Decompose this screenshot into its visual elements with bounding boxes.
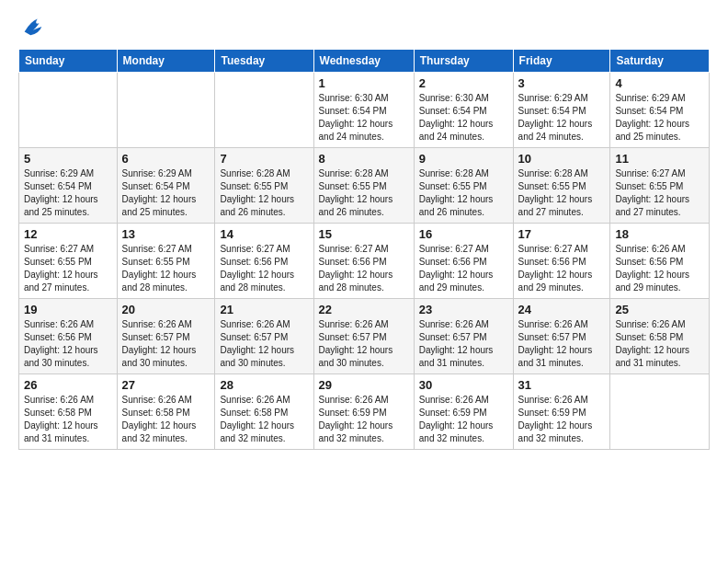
day-number: 1 <box>319 76 409 90</box>
day-info: Sunrise: 6:27 AM Sunset: 6:56 PM Dayligh… <box>220 243 308 294</box>
day-info: Sunrise: 6:28 AM Sunset: 6:55 PM Dayligh… <box>319 167 409 219</box>
calendar-cell: 25Sunrise: 6:26 AM Sunset: 6:58 PM Dayli… <box>610 299 710 374</box>
calendar-cell: 6Sunrise: 6:29 AM Sunset: 6:54 PM Daylig… <box>117 148 215 224</box>
day-info: Sunrise: 6:27 AM Sunset: 6:56 PM Dayligh… <box>518 243 606 294</box>
calendar-cell <box>215 73 313 148</box>
day-number: 19 <box>24 303 112 316</box>
weekday-header-wednesday: Wednesday <box>313 50 414 73</box>
calendar-cell: 14Sunrise: 6:27 AM Sunset: 6:56 PM Dayli… <box>215 224 313 299</box>
week-row-2: 5Sunrise: 6:29 AM Sunset: 6:54 PM Daylig… <box>19 148 710 224</box>
day-info: Sunrise: 6:26 AM Sunset: 6:59 PM Dayligh… <box>419 394 508 445</box>
day-info: Sunrise: 6:29 AM Sunset: 6:54 PM Dayligh… <box>615 92 704 144</box>
day-info: Sunrise: 6:26 AM Sunset: 6:59 PM Dayligh… <box>518 394 606 445</box>
calendar-cell: 26Sunrise: 6:26 AM Sunset: 6:58 PM Dayli… <box>19 374 118 450</box>
day-info: Sunrise: 6:26 AM Sunset: 6:58 PM Dayligh… <box>220 394 308 445</box>
day-info: Sunrise: 6:29 AM Sunset: 6:54 PM Dayligh… <box>24 167 112 219</box>
weekday-header-thursday: Thursday <box>414 50 513 73</box>
calendar-cell: 16Sunrise: 6:27 AM Sunset: 6:56 PM Dayli… <box>414 224 513 299</box>
weekday-header-tuesday: Tuesday <box>215 50 313 73</box>
calendar: SundayMondayTuesdayWednesdayThursdayFrid… <box>18 49 710 450</box>
day-info: Sunrise: 6:27 AM Sunset: 6:55 PM Dayligh… <box>615 167 704 219</box>
day-number: 17 <box>518 227 606 241</box>
day-number: 22 <box>319 303 409 316</box>
day-info: Sunrise: 6:26 AM Sunset: 6:58 PM Dayligh… <box>122 394 210 445</box>
weekday-header-row: SundayMondayTuesdayWednesdayThursdayFrid… <box>19 50 710 73</box>
calendar-cell: 17Sunrise: 6:27 AM Sunset: 6:56 PM Dayli… <box>513 224 610 299</box>
calendar-cell: 23Sunrise: 6:26 AM Sunset: 6:57 PM Dayli… <box>414 299 513 374</box>
day-number: 12 <box>24 227 112 241</box>
calendar-cell: 29Sunrise: 6:26 AM Sunset: 6:59 PM Dayli… <box>313 374 414 450</box>
calendar-cell: 1Sunrise: 6:30 AM Sunset: 6:54 PM Daylig… <box>313 73 414 148</box>
day-info: Sunrise: 6:26 AM Sunset: 6:57 PM Dayligh… <box>122 318 210 370</box>
day-info: Sunrise: 6:26 AM Sunset: 6:57 PM Dayligh… <box>220 318 308 370</box>
logo <box>18 14 48 40</box>
day-info: Sunrise: 6:27 AM Sunset: 6:56 PM Dayligh… <box>419 243 508 294</box>
day-number: 2 <box>419 76 508 90</box>
calendar-cell <box>19 73 118 148</box>
weekday-header-sunday: Sunday <box>19 50 118 73</box>
calendar-cell: 31Sunrise: 6:26 AM Sunset: 6:59 PM Dayli… <box>513 374 610 450</box>
calendar-cell <box>117 73 215 148</box>
calendar-cell: 4Sunrise: 6:29 AM Sunset: 6:54 PM Daylig… <box>610 73 710 148</box>
day-info: Sunrise: 6:26 AM Sunset: 6:58 PM Dayligh… <box>24 394 112 445</box>
day-number: 23 <box>419 303 508 316</box>
day-info: Sunrise: 6:30 AM Sunset: 6:54 PM Dayligh… <box>319 92 409 144</box>
day-info: Sunrise: 6:26 AM Sunset: 6:57 PM Dayligh… <box>419 318 508 370</box>
week-row-4: 19Sunrise: 6:26 AM Sunset: 6:56 PM Dayli… <box>19 299 710 374</box>
day-number: 9 <box>419 152 508 166</box>
day-info: Sunrise: 6:26 AM Sunset: 6:56 PM Dayligh… <box>615 243 704 294</box>
day-number: 10 <box>518 152 606 166</box>
calendar-cell: 27Sunrise: 6:26 AM Sunset: 6:58 PM Dayli… <box>117 374 215 450</box>
day-number: 8 <box>319 152 409 166</box>
calendar-cell: 7Sunrise: 6:28 AM Sunset: 6:55 PM Daylig… <box>215 148 313 224</box>
calendar-cell: 8Sunrise: 6:28 AM Sunset: 6:55 PM Daylig… <box>313 148 414 224</box>
day-number: 6 <box>122 152 210 166</box>
page: SundayMondayTuesdayWednesdayThursdayFrid… <box>0 0 728 563</box>
day-info: Sunrise: 6:26 AM Sunset: 6:57 PM Dayligh… <box>319 318 409 370</box>
calendar-cell: 5Sunrise: 6:29 AM Sunset: 6:54 PM Daylig… <box>19 148 118 224</box>
calendar-cell: 19Sunrise: 6:26 AM Sunset: 6:56 PM Dayli… <box>19 299 118 374</box>
day-number: 20 <box>122 303 210 316</box>
calendar-cell: 10Sunrise: 6:28 AM Sunset: 6:55 PM Dayli… <box>513 148 610 224</box>
day-number: 24 <box>518 303 606 316</box>
day-number: 29 <box>319 378 409 392</box>
day-info: Sunrise: 6:27 AM Sunset: 6:56 PM Dayligh… <box>319 243 409 294</box>
day-number: 13 <box>122 227 210 241</box>
calendar-body: 1Sunrise: 6:30 AM Sunset: 6:54 PM Daylig… <box>19 73 710 450</box>
week-row-3: 12Sunrise: 6:27 AM Sunset: 6:55 PM Dayli… <box>19 224 710 299</box>
week-row-1: 1Sunrise: 6:30 AM Sunset: 6:54 PM Daylig… <box>19 73 710 148</box>
day-number: 31 <box>518 378 606 392</box>
day-number: 21 <box>220 303 308 316</box>
day-info: Sunrise: 6:27 AM Sunset: 6:55 PM Dayligh… <box>24 243 112 294</box>
calendar-cell: 12Sunrise: 6:27 AM Sunset: 6:55 PM Dayli… <box>19 224 118 299</box>
week-row-5: 26Sunrise: 6:26 AM Sunset: 6:58 PM Dayli… <box>19 374 710 450</box>
calendar-cell: 20Sunrise: 6:26 AM Sunset: 6:57 PM Dayli… <box>117 299 215 374</box>
day-info: Sunrise: 6:29 AM Sunset: 6:54 PM Dayligh… <box>518 92 606 144</box>
calendar-cell: 2Sunrise: 6:30 AM Sunset: 6:54 PM Daylig… <box>414 73 513 148</box>
day-info: Sunrise: 6:26 AM Sunset: 6:56 PM Dayligh… <box>24 318 112 370</box>
day-info: Sunrise: 6:26 AM Sunset: 6:59 PM Dayligh… <box>319 394 409 445</box>
day-number: 25 <box>615 303 704 316</box>
day-number: 4 <box>615 76 704 90</box>
day-info: Sunrise: 6:26 AM Sunset: 6:58 PM Dayligh… <box>615 318 704 370</box>
weekday-header-friday: Friday <box>513 50 610 73</box>
logo-bird-icon <box>20 14 46 40</box>
calendar-cell: 11Sunrise: 6:27 AM Sunset: 6:55 PM Dayli… <box>610 148 710 224</box>
day-number: 15 <box>319 227 409 241</box>
day-number: 26 <box>24 378 112 392</box>
day-number: 7 <box>220 152 308 166</box>
calendar-cell: 28Sunrise: 6:26 AM Sunset: 6:58 PM Dayli… <box>215 374 313 450</box>
day-info: Sunrise: 6:27 AM Sunset: 6:55 PM Dayligh… <box>122 243 210 294</box>
day-number: 3 <box>518 76 606 90</box>
calendar-cell: 18Sunrise: 6:26 AM Sunset: 6:56 PM Dayli… <box>610 224 710 299</box>
day-info: Sunrise: 6:28 AM Sunset: 6:55 PM Dayligh… <box>419 167 508 219</box>
header <box>18 14 710 40</box>
day-info: Sunrise: 6:28 AM Sunset: 6:55 PM Dayligh… <box>518 167 606 219</box>
calendar-cell: 24Sunrise: 6:26 AM Sunset: 6:57 PM Dayli… <box>513 299 610 374</box>
day-number: 30 <box>419 378 508 392</box>
calendar-cell: 21Sunrise: 6:26 AM Sunset: 6:57 PM Dayli… <box>215 299 313 374</box>
calendar-cell <box>610 374 710 450</box>
day-number: 16 <box>419 227 508 241</box>
weekday-header-monday: Monday <box>117 50 215 73</box>
weekday-header-saturday: Saturday <box>610 50 710 73</box>
